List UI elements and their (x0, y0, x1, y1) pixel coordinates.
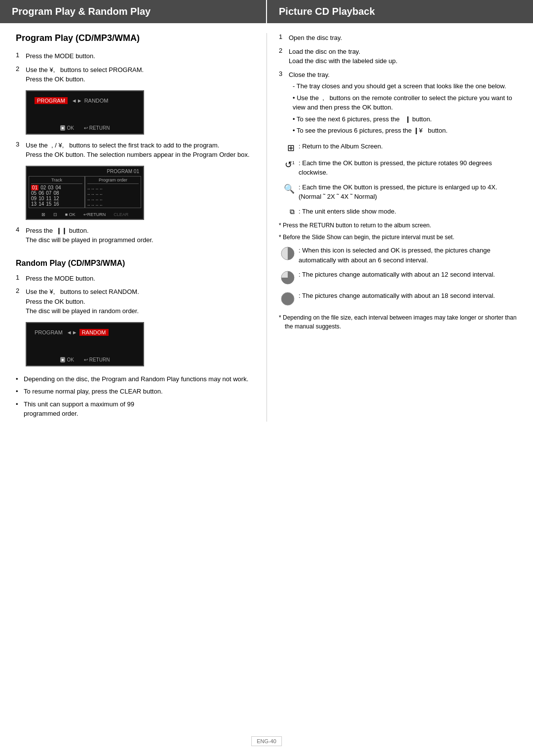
interval-row-1: : When this icon is selected and OK is p… (279, 246, 517, 265)
step-num-2: 2 (16, 65, 26, 72)
random-step-content-2: Use the ¥, buttons to select RANDOM. Pre… (26, 287, 255, 316)
icon-row-rotate: ↺1 : Each time the OK button is pressed,… (279, 158, 517, 178)
interval-row-2: : The pictures change automatically with… (279, 270, 517, 286)
bottom-notes: • Depending on the disc, the Program and… (16, 374, 255, 419)
full-circle-icon (281, 292, 295, 307)
screen-return-3: ↩ RETURN (84, 357, 110, 362)
prog-screen-bottom: ⊠ ⊡ ■ OK ↩RETURN CLEAR (27, 210, 143, 219)
right-column: 1 Open the disc tray. 2 Load the disc on… (266, 33, 533, 422)
right-step-1: 1 Open the disc tray. (279, 33, 517, 43)
right-header-banner: Picture CD Playback (267, 0, 533, 23)
order-header: Program order (87, 178, 139, 184)
right-step-content-3: Close the tray. - The tray closes and yo… (289, 70, 517, 136)
menu-program-2: PROGRAM (35, 329, 63, 335)
screen-mock-3: PROGRAM ◄► RANDOM ■ OK ↩ RETURN (26, 322, 144, 366)
half-circle-icon (281, 247, 295, 262)
note-content-2: To resume normal play, press the CLEAR b… (24, 387, 255, 396)
full-circle-icon-symbol (279, 291, 299, 307)
asterisk-notes: * Press the RETURN button to return to t… (279, 221, 517, 242)
magnify-icon: 🔍 (284, 183, 295, 194)
note-content-3: This unit can support a maximum of 99pro… (24, 399, 255, 419)
right-step-2: 2 Load the disc on the tray. Load the di… (279, 47, 517, 66)
left-header-banner: Program Play & Random Play (0, 0, 266, 23)
icon-row-grid: ⊞ : Return to the Album Screen. (279, 142, 517, 153)
step-content-1: Press the MODE button. (26, 51, 255, 61)
rotate-icon-desc: : Each time the OK button is pressed, th… (299, 158, 517, 178)
slideshow-icon: ⧉ (290, 208, 295, 216)
grid-icon-symbol: ⊞ (279, 142, 299, 153)
right-step-num-2: 2 (279, 47, 289, 54)
grid-icon-desc: : Return to the Album Screen. (299, 142, 517, 151)
slideshow-icon-desc: : The unit enters slide show mode. (299, 207, 517, 216)
prog-row-1: 01 02 03 04 (31, 185, 82, 190)
program-step-4: 4 Press the ❙❙ button. The disc will be … (16, 226, 255, 245)
right-step-content-1: Open the disc tray. (289, 33, 517, 43)
right-step-num-1: 1 (279, 33, 289, 40)
prog-row-3: 09 10 11 12 (31, 196, 82, 201)
random-step-2: 2 Use the ¥, buttons to select RANDOM. P… (16, 287, 255, 316)
bottom-note-3: • This unit can support a maximum of 99p… (16, 399, 255, 419)
rotate-icon: ↺1 (285, 159, 295, 170)
bottom-note-1: • Depending on the disc, the Program and… (16, 374, 255, 384)
step-num-3: 3 (16, 141, 26, 148)
program-step-2: 2 Use the ¥, buttons to select PROGRAM. … (16, 65, 255, 84)
prog-row-4: 13 14 15 16 (31, 201, 82, 207)
menu-random-selected: RANDOM (79, 329, 109, 336)
screen-arrows-2: ◄► (67, 329, 77, 335)
menu-random: RANDOM (84, 98, 109, 104)
icon-bullets-section: ⊞ : Return to the Album Screen. ↺1 : Eac… (279, 142, 517, 216)
footer: ENG-40 (251, 736, 282, 746)
left-header-title: Program Play & Random Play (12, 6, 151, 17)
half-circle-icon-symbol (279, 246, 299, 262)
random-step-num-1: 1 (16, 274, 26, 281)
prog-order-col: Program order .. .. .. .. .. .. .. .. ..… (85, 176, 141, 208)
prog-track-col: Track 01 02 03 04 05 06 07 08 (29, 176, 85, 208)
random-play-title: Random Play (CD/MP3/WMA) (16, 259, 255, 268)
grid-icon: ⊞ (287, 143, 295, 153)
content-row: Program Play (CD/MP3/WMA) 1 Press the MO… (0, 23, 533, 422)
step-num-1: 1 (16, 51, 26, 59)
magnify-icon-symbol: 🔍 (279, 182, 299, 194)
right-step-3: 3 Close the tray. - The tray closes and … (279, 70, 517, 136)
random-step-num-2: 2 (16, 287, 26, 294)
screen-return-1: ↩ RETURN (84, 125, 110, 131)
prog-table: Track 01 02 03 04 05 06 07 08 (29, 176, 141, 208)
header-row: Program Play & Random Play Picture CD Pl… (0, 0, 533, 23)
asterisk-note-2: * Before the Slide Show can begin, the p… (279, 233, 517, 242)
track-header: Track (31, 178, 82, 184)
icon-row-slideshow: ⧉ : The unit enters slide show mode. (279, 207, 517, 216)
three-quarter-circle-icon (281, 271, 295, 286)
note-content-1: Depending on the disc, the Program and R… (24, 374, 255, 384)
step-content-4: Press the ❙❙ button. The disc will be pl… (26, 226, 255, 245)
right-header-title: Picture CD Playback (279, 6, 375, 17)
slideshow-icon-symbol: ⧉ (279, 207, 299, 216)
program-screen-mock: PROGRAM 01 Track 01 02 03 04 05 06 (26, 166, 144, 220)
right-step-content-2: Load the disc on the tray. Load the disc… (289, 47, 517, 66)
left-column: Program Play (CD/MP3/WMA) 1 Press the MO… (0, 33, 266, 422)
screen-bottom-bar-1: ■ OK ↩ RETURN (27, 125, 143, 131)
page: Program Play & Random Play Picture CD Pl… (0, 0, 533, 756)
prog-header: PROGRAM 01 (27, 167, 143, 176)
interval-desc-3: : The pictures change automatically with… (299, 291, 517, 301)
screen-ok-3: ■ OK (60, 357, 74, 362)
rotate-icon-symbol: ↺1 (279, 158, 299, 170)
final-asterisk-note: * Depending on the file size, each inter… (279, 313, 517, 331)
final-note: * Depending on the file size, each inter… (279, 313, 517, 331)
bottom-note-2: • To resume normal play, press the CLEAR… (16, 387, 255, 396)
random-step-1: 1 Press the MODE button. (16, 274, 255, 284)
program-play-title: Program Play (CD/MP3/WMA) (16, 33, 255, 43)
prog-row-2: 05 06 07 08 (31, 190, 82, 196)
svg-point-2 (281, 292, 294, 305)
screen-ok-1: ■ OK (60, 125, 74, 131)
step-num-4: 4 (16, 226, 26, 233)
screen-mock-1: PROGRAM ◄► RANDOM ■ OK ↩ RETURN (26, 90, 144, 135)
program-step-3: 3 Use the , / ¥, buttons to select the f… (16, 141, 255, 160)
step-content-2: Use the ¥, buttons to select PROGRAM. Pr… (26, 65, 255, 84)
menu-program-selected: PROGRAM (35, 97, 68, 104)
interval-desc-2: : The pictures change automatically with… (299, 270, 517, 280)
icon-row-magnify: 🔍 : Each time the OK button is pressed, … (279, 182, 517, 202)
right-step-num-3: 3 (279, 70, 289, 77)
interval-desc-1: : When this icon is selected and OK is p… (299, 246, 517, 265)
three-quarter-circle-icon-symbol (279, 270, 299, 286)
asterisk-note-1: * Press the RETURN button to return to t… (279, 221, 517, 230)
